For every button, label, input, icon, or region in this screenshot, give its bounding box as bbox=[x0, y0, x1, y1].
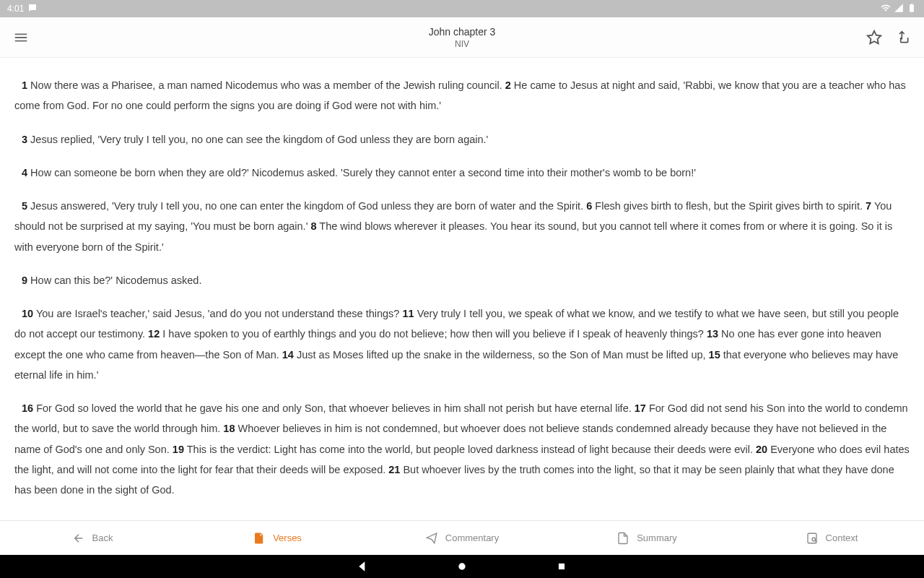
verse-text: Just as Moses lifted up the snake in the… bbox=[294, 349, 709, 361]
verse-number: 7 bbox=[866, 200, 871, 212]
verse-number: 20 bbox=[756, 444, 767, 455]
verse-number: 1 bbox=[22, 79, 27, 91]
scripture-content[interactable]: 1 Now there was a Pharisee, a man named … bbox=[0, 58, 924, 520]
nav-recent-icon[interactable] bbox=[555, 560, 568, 573]
verse-text: For God so loved the world that he gave … bbox=[33, 402, 635, 414]
share-button[interactable] bbox=[895, 30, 911, 46]
verse-number: 13 bbox=[707, 328, 718, 340]
verse-number: 16 bbox=[22, 402, 33, 414]
verse-number: 9 bbox=[22, 275, 27, 286]
tab-verses[interactable]: Verses bbox=[185, 521, 370, 555]
verse-number: 2 bbox=[505, 79, 511, 91]
tab-label: Context bbox=[826, 532, 858, 543]
battery-icon bbox=[907, 3, 917, 15]
verse-text: You are Israel's teacher,' said Jesus, '… bbox=[33, 308, 402, 319]
nav-back-icon[interactable] bbox=[356, 560, 369, 573]
verse-number: 21 bbox=[388, 464, 400, 475]
verse-paragraph: 3 Jesus replied, 'Very truly I tell you,… bbox=[14, 129, 910, 150]
verse-number: 14 bbox=[282, 349, 294, 361]
app-header: John chapter 3 NIV bbox=[0, 17, 924, 58]
verse-number: 19 bbox=[173, 444, 184, 455]
verse-number: 12 bbox=[148, 328, 160, 340]
verse-number: 18 bbox=[223, 423, 235, 434]
verse-number: 11 bbox=[402, 308, 414, 319]
verse-number: 17 bbox=[635, 402, 646, 414]
tab-label: Verses bbox=[273, 532, 302, 543]
verse-number: 10 bbox=[22, 308, 33, 319]
verse-text: How can someone be born when they are ol… bbox=[27, 167, 696, 178]
verse-paragraph: 9 How can this be?' Nicodemus asked. bbox=[14, 270, 910, 290]
menu-icon[interactable] bbox=[13, 30, 29, 46]
verse-text: Jesus answered, 'Very truly I tell you, … bbox=[27, 200, 586, 212]
tab-label: Commentary bbox=[445, 532, 499, 543]
tab-context[interactable]: Context bbox=[739, 521, 924, 555]
android-nav-bar bbox=[0, 555, 924, 578]
verse-text: This is the verdict: Light has come into… bbox=[184, 444, 756, 455]
tab-label: Summary bbox=[637, 532, 677, 543]
verse-paragraph: 1 Now there was a Pharisee, a man named … bbox=[14, 75, 910, 116]
bottom-tab-bar: Back Verses Commentary Summary Context bbox=[0, 520, 924, 555]
verse-paragraph: 5 Jesus answered, 'Very truly I tell you… bbox=[14, 196, 910, 257]
nav-home-icon[interactable] bbox=[456, 560, 468, 573]
signal-icon bbox=[894, 3, 904, 15]
verse-paragraph: 10 You are Israel's teacher,' said Jesus… bbox=[14, 303, 910, 385]
verse-text: I have spoken to you of earthly things a… bbox=[160, 328, 707, 340]
verse-number: 4 bbox=[22, 167, 27, 178]
verse-paragraph: 16 For God so loved the world that he ga… bbox=[14, 398, 910, 500]
tab-back[interactable]: Back bbox=[0, 521, 185, 555]
status-time: 4:01 bbox=[7, 4, 24, 14]
verse-number: 15 bbox=[709, 349, 720, 361]
wifi-icon bbox=[881, 3, 891, 15]
verse-text: Flesh gives birth to flesh, but the Spir… bbox=[592, 200, 866, 212]
tab-commentary[interactable]: Commentary bbox=[370, 521, 554, 555]
verse-text: Now there was a Pharisee, a man named Ni… bbox=[27, 79, 505, 91]
verse-text: Jesus replied, 'Very truly I tell you, n… bbox=[27, 134, 488, 145]
tab-summary[interactable]: Summary bbox=[554, 521, 739, 555]
svg-point-2 bbox=[458, 563, 465, 569]
verse-text: How can this be?' Nicodemus asked. bbox=[27, 275, 201, 286]
svg-rect-3 bbox=[559, 564, 565, 569]
tab-label: Back bbox=[92, 532, 113, 543]
favorite-button[interactable] bbox=[866, 30, 882, 46]
verse-number: 8 bbox=[310, 220, 316, 232]
verse-number: 3 bbox=[22, 134, 27, 145]
page-title: John chapter 3 bbox=[100, 26, 824, 38]
verse-number: 5 bbox=[22, 200, 27, 212]
page-subtitle: NIV bbox=[100, 39, 824, 49]
android-status-bar: 4:01 bbox=[0, 0, 924, 17]
verse-paragraph: 4 How can someone be born when they are … bbox=[14, 163, 910, 183]
chat-icon bbox=[28, 4, 37, 14]
